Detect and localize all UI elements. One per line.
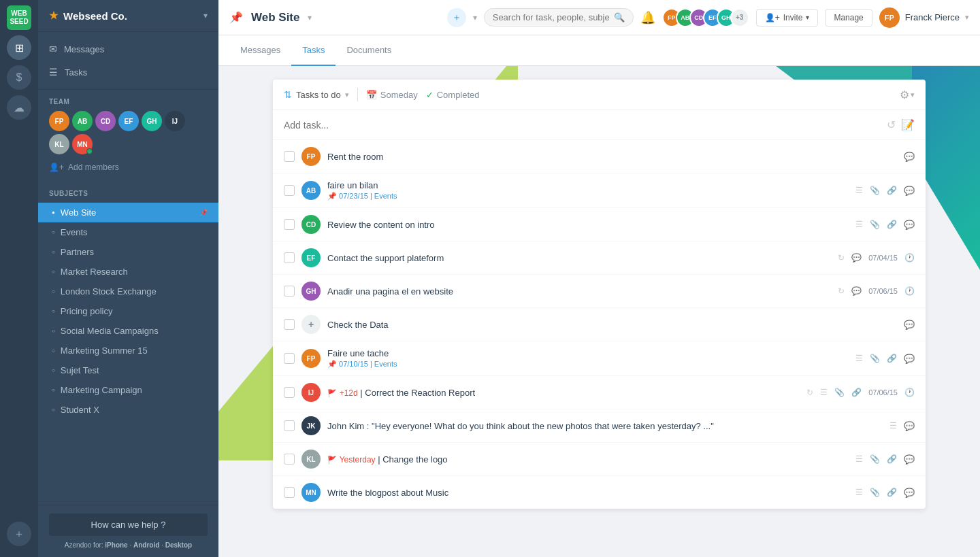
task-checkbox[interactable] (284, 252, 295, 263)
invite-icon: 👤+ (765, 13, 780, 22)
sidebar-nav: ✉ Messages ☰ Tasks (38, 32, 218, 90)
task-row[interactable]: JK John Kim : "Hey everyone! What do you… (273, 409, 926, 443)
task-checkbox[interactable] (284, 219, 295, 230)
sort-label: Tasks to do (296, 90, 341, 100)
cloud-icon[interactable]: ☁ (7, 95, 31, 120)
team-avatar-1[interactable]: FP (49, 111, 69, 131)
task-row[interactable]: AB faire un bilan 📌 07/23/15 | Events ☰ … (273, 173, 926, 208)
team-avatars: FP AB CD EF GH IJ KL MN (49, 111, 208, 154)
comment-small-icon: 💬 (851, 286, 862, 296)
sidebar-item-tasks[interactable]: ☰ Tasks (38, 61, 218, 84)
star-icon: ★ (49, 10, 58, 22)
invite-button[interactable]: 👤+ Invite ▾ (756, 9, 819, 27)
sidebar-item-events[interactable]: ○ Events 📌 (38, 222, 218, 242)
add-task-input[interactable] (284, 120, 881, 131)
user-info[interactable]: FP Franck Pierce ▾ (879, 7, 969, 28)
task-row[interactable]: MN Write the blogpost about Music ☰ 📎 🔗 … (273, 476, 926, 509)
refresh-icon[interactable]: ↺ (887, 118, 896, 131)
task-checkbox[interactable] (284, 420, 295, 431)
task-meta: 📌 07/10/15 | Events (327, 360, 849, 369)
task-row[interactable]: FP Faire une tache 📌 07/10/15 | Events ☰… (273, 341, 926, 376)
task-checkbox[interactable] (284, 319, 295, 330)
someday-button[interactable]: 📅 Someday (366, 90, 418, 100)
task-title: Faire une tache (327, 348, 849, 358)
task-row[interactable]: IJ 🚩 +12d | Correct the Reaction Report … (273, 376, 926, 409)
task-content: faire un bilan 📌 07/23/15 | Events (327, 180, 849, 201)
project-chevron-icon[interactable]: ▾ (308, 13, 312, 22)
messages-label: Messages (64, 44, 104, 54)
add-action-button[interactable]: ＋ (447, 8, 466, 27)
sidebar-item-london-stock[interactable]: ○ London Stock Exchange 📌 (38, 282, 218, 301)
help-button[interactable]: How can we help ? (49, 513, 208, 536)
topbar-actions: ＋ ▾ 🔍 🔔 FP AB CD EF GH +3 👤+ Invite ▾ Ma… (447, 7, 969, 28)
task-sort-button[interactable]: ⇅ Tasks to do ▾ (284, 89, 349, 100)
task-checkbox[interactable] (284, 185, 295, 196)
team-section: TEAM FP AB CD EF GH IJ KL MN 👤+ Add memb… (38, 90, 218, 182)
task-checkbox[interactable] (284, 286, 295, 297)
search-box: 🔍 (484, 8, 634, 27)
pin-icon: 📌 (229, 11, 243, 24)
sidebar-item-website[interactable]: ● Web Site 📌 (38, 203, 218, 222)
clock-icon: 🕐 (904, 253, 915, 263)
task-checkbox[interactable] (284, 487, 295, 498)
sidebar-item-marketing-summer[interactable]: ○ Marketing Summer 15 (38, 341, 218, 360)
task-title: faire un bilan (327, 180, 849, 190)
team-avatar-3[interactable]: CD (95, 111, 116, 131)
plus-app-icon[interactable]: ＋ (7, 522, 31, 546)
task-checkbox[interactable] (284, 454, 295, 465)
task-row[interactable]: GH Anadir una pagina el en website ↻ 💬 0… (273, 275, 926, 308)
link-icon: 🔗 (887, 354, 897, 363)
sort-chevron-icon: ▾ (345, 90, 349, 99)
task-avatar: FP (301, 349, 321, 368)
team-avatar-2[interactable]: AB (72, 111, 93, 131)
team-avatar-7[interactable]: KL (49, 134, 69, 154)
add-chevron-icon[interactable]: ▾ (473, 13, 477, 22)
task-avatar: JK (301, 416, 321, 435)
list-icon: ☰ (855, 220, 863, 229)
evernote-icon[interactable]: 📝 (901, 118, 915, 131)
task-content: 🚩 Yesterday | Change the logo (327, 454, 849, 465)
messages-icon: ✉ (49, 44, 57, 54)
team-avatar-6[interactable]: IJ (165, 111, 185, 131)
settings-button[interactable]: ⚙ ▾ (900, 88, 915, 101)
team-avatar-4[interactable]: EF (118, 111, 139, 131)
flag-icon: 🚩 (327, 456, 337, 464)
dollar-icon[interactable]: $ (7, 65, 31, 90)
task-checkbox[interactable] (284, 353, 295, 364)
subject-name-student-x: Student X (61, 405, 208, 415)
task-meta: 📌 07/23/15 | Events (327, 192, 849, 201)
sidebar-item-partners[interactable]: ○ Partners 📌 (38, 242, 218, 262)
task-title: John Kim : "Hey everyone! What do you th… (327, 421, 883, 431)
sidebar-item-marketing-campaign[interactable]: ○ Marketing Campaign (38, 380, 218, 400)
manage-button[interactable]: Manage (825, 9, 872, 27)
task-row[interactable]: CD Review the content on intro ☰ 📎 🔗 💬 (273, 208, 926, 241)
team-avatar-5[interactable]: GH (142, 111, 162, 131)
sidebar-item-student-x[interactable]: ○ Student X (38, 400, 218, 420)
search-input[interactable] (493, 12, 610, 22)
completed-button[interactable]: ✓ Completed (426, 90, 480, 100)
tab-documents[interactable]: Documents (336, 35, 402, 66)
notifications-button[interactable]: 🔔 (640, 10, 655, 25)
subject-dot-icon: ○ (52, 288, 55, 294)
task-checkbox[interactable] (284, 151, 295, 162)
sidebar-item-market-research[interactable]: ○ Market Research 📌 (38, 262, 218, 282)
sidebar-item-pricing[interactable]: ○ Pricing policy 📌 (38, 301, 218, 321)
task-row[interactable]: EF Contact the support plateform ↻ 💬 07/… (273, 241, 926, 275)
sidebar-item-sujet-test[interactable]: ○ Sujet Test (38, 360, 218, 380)
task-checkbox[interactable] (284, 387, 295, 398)
task-row[interactable]: FP Rent the room 💬 (273, 140, 926, 173)
tab-tasks[interactable]: Tasks (291, 35, 336, 66)
grid-icon[interactable]: ⊞ (7, 35, 31, 60)
sidebar-item-messages[interactable]: ✉ Messages (38, 37, 218, 61)
task-title: 🚩 Yesterday | Change the logo (327, 454, 849, 465)
add-members-button[interactable]: 👤+ Add members (49, 161, 208, 173)
team-avatar-8[interactable]: MN (72, 134, 93, 154)
task-row[interactable]: + Check the Data 💬 (273, 308, 926, 341)
subject-name-marketing-summer: Marketing Summer 15 (61, 345, 208, 356)
sidebar-chevron-icon[interactable]: ▾ (203, 11, 208, 20)
sidebar-item-social-media[interactable]: ○ Social Media Campaigns (38, 321, 218, 341)
task-row[interactable]: KL 🚩 Yesterday | Change the logo ☰ 📎 🔗 💬 (273, 443, 926, 476)
add-members-label: Add members (68, 163, 119, 172)
tab-messages[interactable]: Messages (229, 35, 291, 66)
topbar-team-more[interactable]: +3 (730, 8, 749, 27)
